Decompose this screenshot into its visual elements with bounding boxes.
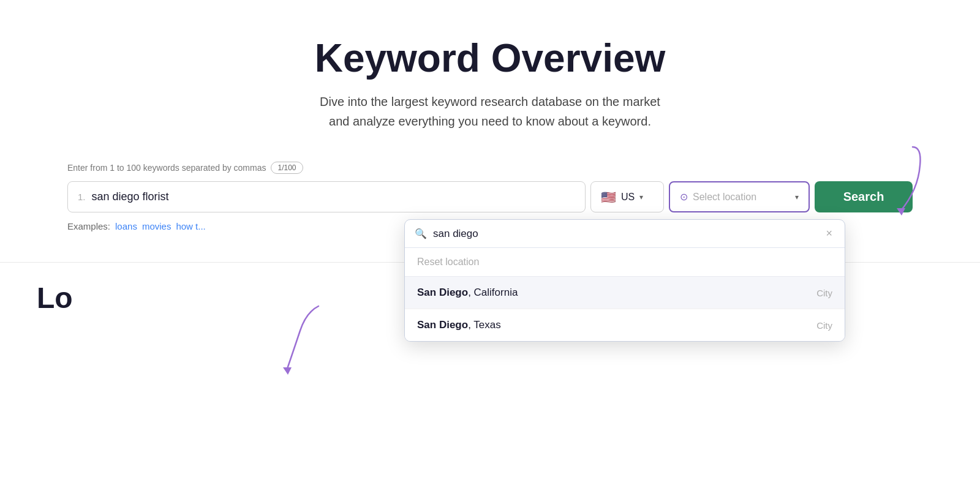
result-name-2: San Diego, Texas bbox=[417, 319, 501, 331]
dropdown-clear-button[interactable]: × bbox=[823, 227, 835, 240]
dropdown-result-row-2[interactable]: San Diego, Texas City bbox=[405, 309, 845, 341]
keyword-number: 1. bbox=[78, 192, 86, 202]
chevron-down-icon: ▾ bbox=[639, 193, 643, 201]
location-pin-icon: ⊙ bbox=[680, 191, 688, 203]
search-row-wrapper: 1. 🇺🇸 US ▾ ⊙ Select location ▾ Search bbox=[67, 181, 913, 212]
search-button[interactable]: Search bbox=[815, 181, 913, 212]
search-section: Enter from 1 to 100 keywords separated b… bbox=[31, 156, 949, 250]
country-selector[interactable]: 🇺🇸 US ▾ bbox=[590, 181, 664, 212]
country-code: US bbox=[621, 192, 635, 203]
location-selector[interactable]: ⊙ Select location ▾ bbox=[669, 181, 810, 212]
result-type-2: City bbox=[816, 320, 832, 331]
page-title: Keyword Overview bbox=[24, 37, 956, 80]
dropdown-search-icon: 🔍 bbox=[415, 228, 427, 239]
example-link-howt[interactable]: how t... bbox=[176, 221, 205, 231]
result-name-1: San Diego, California bbox=[417, 287, 518, 299]
svg-marker-1 bbox=[283, 367, 292, 375]
dropdown-search-input[interactable] bbox=[433, 228, 817, 240]
examples-label: Examples: bbox=[67, 221, 110, 231]
location-placeholder: Select location bbox=[693, 192, 790, 203]
dropdown-search-row: 🔍 × bbox=[405, 220, 845, 248]
keyword-input[interactable] bbox=[92, 182, 575, 212]
page-subtitle: Dive into the largest keyword research d… bbox=[276, 92, 704, 131]
example-link-loans[interactable]: loans bbox=[115, 221, 137, 231]
result-type-1: City bbox=[816, 288, 832, 298]
hero-section: Keyword Overview Dive into the largest k… bbox=[0, 0, 980, 156]
reset-location-row[interactable]: Reset location bbox=[405, 248, 845, 277]
page-wrapper: Keyword Overview Dive into the largest k… bbox=[0, 0, 980, 499]
us-flag-icon: 🇺🇸 bbox=[601, 190, 616, 204]
bottom-partial-text: Lo bbox=[37, 282, 73, 314]
chevron-down-icon-location: ▾ bbox=[795, 193, 799, 201]
dropdown-result-row-1[interactable]: San Diego, California City bbox=[405, 277, 845, 309]
counter-badge: 1/100 bbox=[271, 162, 303, 174]
search-row: 1. 🇺🇸 US ▾ ⊙ Select location ▾ Search bbox=[67, 181, 913, 212]
keyword-input-wrapper: 1. bbox=[67, 181, 586, 212]
location-dropdown: 🔍 × Reset location San Diego, California… bbox=[404, 219, 845, 342]
example-link-movies[interactable]: movies bbox=[142, 221, 172, 231]
keyword-counter-label: Enter from 1 to 100 keywords separated b… bbox=[67, 162, 913, 174]
